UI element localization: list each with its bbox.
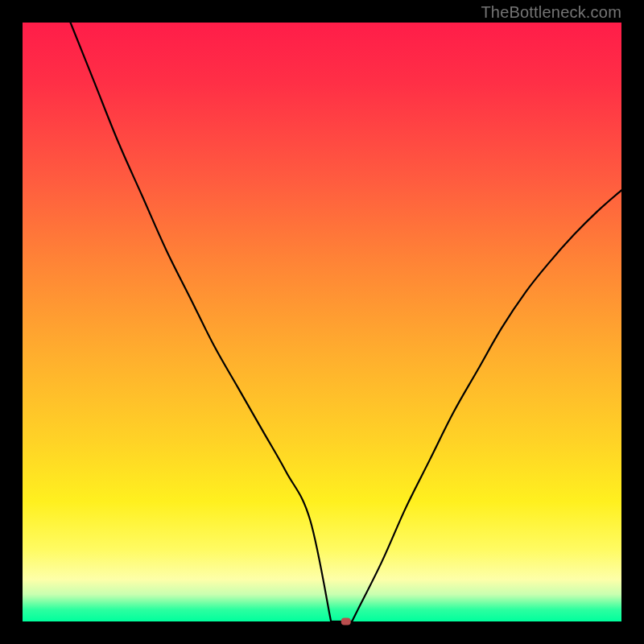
plot-area — [23, 23, 621, 621]
watermark-text: TheBottleneck.com — [481, 3, 621, 22]
curve-svg — [23, 23, 621, 621]
minimum-marker — [341, 618, 351, 625]
chart-frame: TheBottleneck.com — [0, 0, 644, 644]
bottleneck-curve — [71, 23, 621, 621]
